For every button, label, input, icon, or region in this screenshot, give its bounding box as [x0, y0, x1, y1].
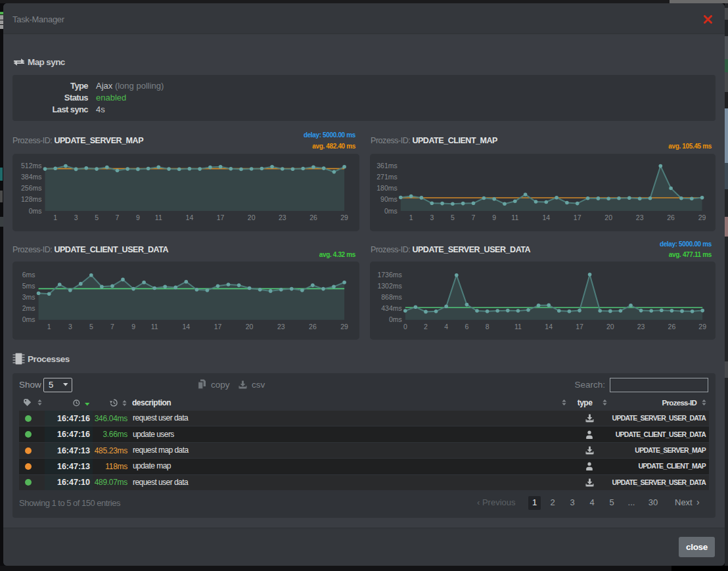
- svg-text:2: 2: [424, 323, 428, 331]
- svg-text:17: 17: [576, 323, 583, 331]
- svg-text:29: 29: [340, 214, 348, 221]
- svg-text:7: 7: [472, 214, 476, 221]
- svg-text:3: 3: [74, 214, 78, 221]
- svg-text:17: 17: [574, 214, 581, 221]
- svg-text:17: 17: [217, 214, 225, 221]
- svg-text:271ms: 271ms: [376, 173, 398, 181]
- svg-text:1: 1: [47, 323, 51, 331]
- svg-text:5: 5: [89, 323, 93, 331]
- svg-text:29: 29: [698, 323, 706, 331]
- svg-text:512ms: 512ms: [21, 162, 42, 170]
- svg-text:23: 23: [277, 323, 285, 331]
- svg-text:20: 20: [248, 214, 256, 221]
- svg-text:20: 20: [246, 323, 254, 331]
- svg-text:5: 5: [451, 214, 455, 221]
- svg-text:20: 20: [606, 323, 614, 331]
- svg-text:384ms: 384ms: [21, 173, 42, 181]
- svg-text:29: 29: [698, 214, 706, 221]
- svg-text:29: 29: [340, 323, 348, 331]
- svg-text:26: 26: [309, 214, 317, 221]
- svg-text:26: 26: [668, 323, 676, 331]
- svg-text:128ms: 128ms: [21, 195, 42, 203]
- svg-text:0ms: 0ms: [384, 207, 398, 215]
- svg-text:1: 1: [409, 214, 413, 221]
- svg-text:4: 4: [444, 323, 448, 331]
- svg-text:26: 26: [667, 214, 675, 221]
- svg-text:9: 9: [131, 323, 135, 331]
- svg-text:256ms: 256ms: [21, 184, 42, 192]
- svg-text:14: 14: [182, 323, 190, 331]
- svg-text:14: 14: [186, 214, 194, 221]
- svg-text:868ms: 868ms: [381, 293, 402, 301]
- svg-text:11: 11: [514, 323, 522, 331]
- svg-text:23: 23: [636, 214, 644, 221]
- svg-text:180ms: 180ms: [376, 184, 398, 192]
- svg-text:7: 7: [116, 214, 120, 221]
- svg-text:3: 3: [68, 323, 72, 331]
- svg-text:5: 5: [95, 214, 99, 221]
- svg-text:0: 0: [403, 323, 407, 331]
- svg-text:3: 3: [430, 214, 434, 221]
- svg-text:23: 23: [279, 214, 286, 221]
- svg-text:9: 9: [136, 214, 140, 221]
- svg-text:20: 20: [604, 214, 612, 221]
- svg-text:9: 9: [492, 214, 496, 221]
- svg-text:6: 6: [465, 323, 468, 331]
- svg-text:11: 11: [511, 214, 518, 221]
- svg-text:0ms: 0ms: [22, 315, 35, 323]
- svg-text:361ms: 361ms: [376, 162, 398, 170]
- svg-text:11: 11: [151, 323, 158, 331]
- svg-text:6ms: 6ms: [22, 271, 35, 279]
- svg-text:8: 8: [486, 323, 489, 331]
- svg-text:1736ms: 1736ms: [377, 271, 401, 279]
- svg-text:23: 23: [637, 323, 645, 331]
- svg-text:1: 1: [53, 214, 57, 221]
- svg-text:14: 14: [542, 214, 550, 221]
- svg-text:434ms: 434ms: [381, 304, 402, 312]
- svg-text:7: 7: [110, 323, 114, 331]
- svg-text:11: 11: [155, 214, 162, 221]
- svg-text:14: 14: [545, 323, 553, 331]
- svg-text:2ms: 2ms: [22, 304, 35, 312]
- svg-text:26: 26: [309, 323, 317, 331]
- svg-text:90ms: 90ms: [380, 195, 398, 203]
- svg-text:0ms: 0ms: [389, 315, 402, 323]
- svg-text:17: 17: [214, 323, 222, 331]
- svg-text:1302ms: 1302ms: [377, 282, 401, 290]
- svg-text:3ms: 3ms: [22, 293, 35, 301]
- svg-text:0ms: 0ms: [29, 207, 42, 215]
- svg-text:5ms: 5ms: [22, 282, 35, 290]
